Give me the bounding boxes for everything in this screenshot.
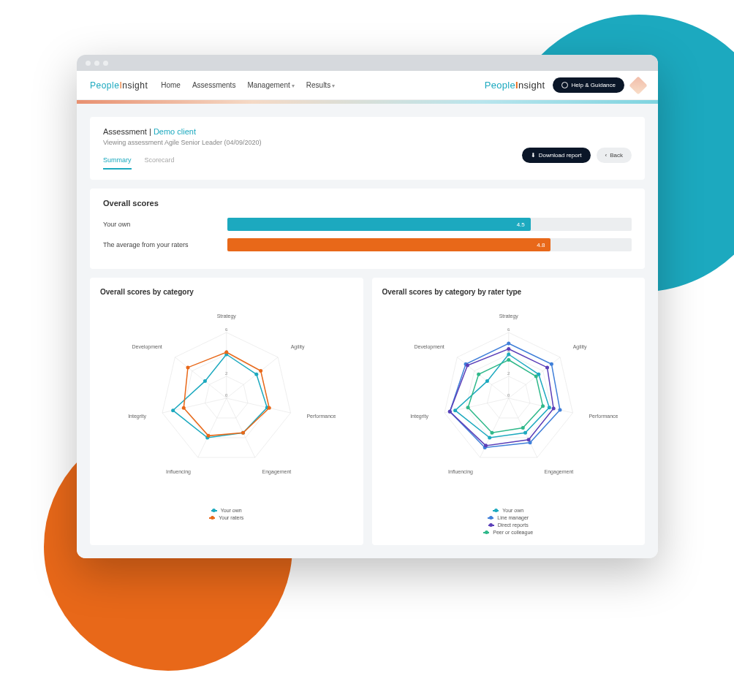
svg-line-10 [227, 357, 278, 398]
svg-point-70 [549, 362, 553, 366]
svg-point-86 [534, 375, 537, 378]
svg-line-16 [198, 398, 227, 457]
download-report-button[interactable]: ⬇ Download report [522, 148, 591, 163]
svg-point-78 [545, 365, 549, 369]
chart2-legend: Your own Line manager Direct reports Pee… [382, 508, 635, 535]
nav-management[interactable]: Management▾ [247, 81, 294, 89]
svg-point-33 [268, 406, 271, 410]
svg-point-79 [551, 407, 555, 411]
score-bar-raters: 4.8 [227, 238, 632, 251]
nav-results[interactable]: Results▾ [306, 81, 335, 89]
svg-text:Engagement: Engagement [544, 469, 573, 475]
svg-point-36 [182, 406, 186, 410]
overall-scores-card: Overall scores Your own 4.5 The average … [90, 189, 645, 269]
logo-right: PeopleInsight [485, 80, 545, 91]
tab-scorecard[interactable]: Scorecard [145, 156, 175, 170]
browser-titlebar [77, 55, 658, 71]
legend-item: Your own [211, 508, 242, 513]
svg-text:2: 2 [225, 371, 228, 376]
score-bar-raters-fill: 4.8 [227, 238, 550, 251]
legend-item: Your raters [209, 515, 243, 520]
svg-point-37 [186, 365, 189, 369]
svg-point-90 [466, 406, 469, 409]
svg-text:Performance: Performance [589, 414, 618, 419]
edit-icon[interactable] [629, 76, 647, 94]
svg-point-77 [507, 347, 510, 351]
svg-point-81 [484, 444, 488, 447]
help-icon [561, 82, 568, 88]
svg-text:Performance: Performance [306, 414, 336, 419]
svg-point-63 [547, 406, 550, 409]
svg-point-31 [224, 351, 228, 354]
client-name[interactable]: Demo client [154, 127, 196, 136]
window-control-icon [86, 61, 91, 66]
svg-text:Strategy: Strategy [217, 313, 237, 319]
svg-point-64 [523, 431, 527, 435]
chevron-down-icon: ▾ [292, 83, 295, 89]
window-control-icon [94, 61, 99, 66]
legend-item: Line manager [488, 515, 529, 520]
chevron-down-icon: ▾ [332, 83, 335, 89]
svg-point-32 [259, 369, 262, 373]
svg-point-71 [558, 408, 561, 412]
svg-point-87 [541, 404, 545, 408]
svg-text:Integrity: Integrity [128, 414, 146, 419]
svg-point-61 [507, 353, 510, 357]
svg-text:Development: Development [414, 344, 444, 350]
svg-point-28 [171, 408, 175, 412]
page-content: Assessment | Demo client Viewing assessm… [77, 104, 658, 558]
radar-chart-2: 0246StrategyAgilityPerformanceEngagement… [382, 303, 635, 501]
chart1-legend: Your own Your raters [100, 508, 353, 520]
tab-summary[interactable]: Summary [103, 156, 132, 170]
svg-text:0: 0 [225, 393, 228, 397]
chart2-title: Overall scores by category by rater type [382, 288, 635, 296]
browser-window: PeopleInsight Home Assessments Managemen… [77, 55, 658, 558]
svg-point-82 [447, 410, 451, 414]
download-icon: ⬇ [531, 152, 536, 159]
svg-line-12 [227, 398, 291, 413]
legend-item: Your own [493, 508, 523, 513]
assessment-header-card: Assessment | Demo client Viewing assessm… [90, 117, 645, 180]
svg-point-66 [453, 408, 457, 412]
svg-point-34 [241, 431, 245, 435]
svg-point-24 [254, 373, 258, 376]
score-bar-own-fill: 4.5 [227, 218, 531, 231]
main-nav: Home Assessments Management▾ Results▾ [161, 81, 335, 89]
nav-assessments[interactable]: Assessments [192, 81, 235, 89]
svg-point-91 [477, 373, 480, 376]
svg-text:Development: Development [132, 344, 162, 350]
svg-text:2: 2 [507, 371, 510, 376]
svg-marker-84 [468, 360, 542, 433]
app-header: PeopleInsight Home Assessments Managemen… [77, 71, 658, 100]
help-button[interactable]: Help & Guidance [553, 77, 624, 93]
chart-card-by-category: Overall scores by category 0246StrategyA… [90, 278, 363, 545]
score-label-own: Your own [103, 221, 227, 228]
svg-text:Integrity: Integrity [410, 414, 428, 419]
score-bar-own: 4.5 [227, 218, 632, 231]
radar-chart-1: 0246StrategyAgilityPerformanceEngagement… [100, 303, 353, 501]
svg-text:Agility: Agility [291, 344, 305, 350]
legend-item: Direct reports [488, 522, 529, 528]
page-subtitle: Viewing assessment Agile Senior Leader (… [103, 139, 261, 146]
svg-text:6: 6 [507, 327, 510, 332]
nav-home[interactable]: Home [161, 81, 181, 89]
svg-point-89 [490, 431, 493, 435]
svg-point-67 [485, 379, 488, 383]
tabs: Summary Scorecard [103, 156, 261, 170]
score-label-raters: The average from your raters [103, 241, 227, 248]
svg-point-69 [507, 342, 510, 346]
svg-point-83 [465, 364, 469, 368]
svg-text:Engagement: Engagement [262, 469, 292, 475]
score-row-raters: The average from your raters 4.8 [103, 238, 632, 251]
back-button[interactable]: ‹ Back [597, 148, 632, 163]
svg-line-50 [508, 398, 572, 413]
svg-point-88 [521, 426, 524, 430]
svg-point-85 [507, 358, 510, 362]
page-title: Assessment | Demo client [103, 127, 261, 136]
score-row-own: Your own 4.5 [103, 218, 632, 231]
svg-text:6: 6 [225, 327, 228, 332]
chart1-title: Overall scores by category [100, 288, 353, 296]
svg-text:Agility: Agility [572, 344, 586, 350]
svg-point-80 [526, 438, 530, 441]
svg-line-14 [227, 398, 255, 457]
